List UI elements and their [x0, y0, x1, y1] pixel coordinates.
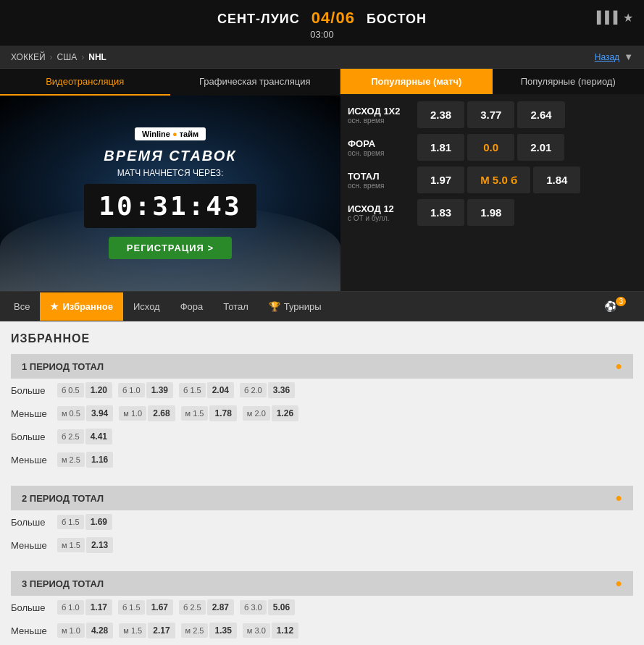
- bet-val[interactable]: 5.06: [268, 599, 295, 615]
- video-overlay: Winline ● тайм ВРЕМЯ СТАВОК МАТЧ НАЧНЕТС…: [84, 127, 256, 259]
- bet-key[interactable]: б 3.0: [240, 600, 267, 615]
- odd-fora-val[interactable]: 0.0: [467, 134, 514, 161]
- odd-1x2-x[interactable]: 3.77: [467, 101, 514, 128]
- odd-1x2-1[interactable]: 2.38: [417, 101, 464, 128]
- odds-row-fora: ФОРА осн. время 1.81 0.0 2.01: [348, 134, 637, 161]
- tab-outcome[interactable]: Исход: [123, 292, 170, 321]
- back-arrow: ▼: [624, 51, 633, 62]
- bet-key[interactable]: м 1.5: [181, 406, 209, 421]
- bet-val[interactable]: 2.68: [148, 405, 175, 421]
- bet-key[interactable]: б 1.5: [57, 515, 84, 529]
- bet-val[interactable]: 4.28: [86, 623, 113, 638]
- period-1-under25-row: Меньше м 2.5 1.16: [11, 448, 633, 471]
- bet-val[interactable]: 2.87: [207, 599, 234, 615]
- tab-favorites[interactable]: ★ Избранное: [40, 292, 123, 321]
- breadcrumb-usa[interactable]: США: [57, 52, 78, 62]
- odd-1x2-2[interactable]: 2.64: [517, 101, 564, 128]
- tab-total[interactable]: Тотал: [213, 292, 259, 321]
- bet-pair: м 2.5 1.16: [57, 452, 113, 468]
- bet-val[interactable]: 1.12: [272, 623, 298, 638]
- odds-row-1x2: ИСХОД 1X2 осн. время 2.38 3.77 2.64: [348, 101, 637, 128]
- bet-pair: б 1.0 1.17: [57, 599, 112, 615]
- bet-pair: б 0.5 1.20: [57, 382, 112, 398]
- bet-pair: м 3.0 1.12: [243, 623, 298, 638]
- tab-tournaments[interactable]: 🏆 Турниры: [259, 292, 332, 321]
- breadcrumb-nhl[interactable]: NHL: [88, 52, 106, 62]
- bet-key[interactable]: б 1.0: [118, 383, 145, 397]
- bet-val[interactable]: 2.04: [207, 382, 234, 398]
- bet-val[interactable]: 1.39: [146, 382, 173, 398]
- tab-all[interactable]: Все: [4, 292, 40, 321]
- bet-val[interactable]: 1.69: [85, 514, 112, 530]
- bet-key[interactable]: м 0.5: [57, 406, 85, 421]
- register-button[interactable]: РЕГИСТРАЦИЯ >: [109, 237, 232, 259]
- bet-key[interactable]: м 1.0: [119, 406, 146, 421]
- odds-buttons-fora: 1.81 0.0 2.01: [417, 134, 564, 161]
- bet-val[interactable]: 4.41: [85, 429, 112, 444]
- bet-val[interactable]: 1.17: [85, 599, 112, 615]
- bet-val[interactable]: 1.16: [86, 452, 113, 468]
- bet-pair: м 1.0 2.68: [119, 405, 175, 421]
- bet-key[interactable]: б 2.5: [57, 429, 84, 444]
- tab-video[interactable]: Видеотрансляция: [0, 69, 170, 96]
- bet-val[interactable]: 1.35: [209, 623, 236, 638]
- odds-section: ИСХОД 1X2 осн. время 2.38 3.77 2.64 ФОРА…: [340, 94, 644, 239]
- period-3-under-row: Меньше м 1.0 4.28 м 1.5 2.17 м 2.5 1.35 …: [11, 619, 633, 642]
- popular-tabs: Популярные (матч) Популярные (период): [340, 69, 644, 94]
- bet-val[interactable]: 2.13: [86, 537, 113, 553]
- bet-key[interactable]: м 2.5: [57, 452, 85, 467]
- period-1-dot: ●: [615, 360, 622, 373]
- bet-key[interactable]: м 2.5: [181, 623, 209, 638]
- bet-val[interactable]: 2.17: [148, 623, 175, 638]
- odd-total-over[interactable]: 1.97: [417, 166, 464, 193]
- bet-key[interactable]: б 2.5: [179, 600, 206, 615]
- bet-key[interactable]: м 2.0: [243, 406, 270, 421]
- tab-graphic[interactable]: Графическая трансляция: [170, 69, 341, 96]
- period-3-block: 3 ПЕРИОД ТОТАЛ ● Больше б 1.0 1.17 б 1.5…: [11, 571, 633, 642]
- bet-key[interactable]: м 1.5: [119, 623, 146, 638]
- bet-key[interactable]: м 1.5: [57, 538, 85, 552]
- tab-fora[interactable]: Фора: [170, 292, 214, 321]
- bet-key[interactable]: б 1.5: [118, 600, 145, 615]
- globe-btn[interactable]: ⚽ 3: [593, 292, 640, 321]
- bet-pair: б 2.5 2.87: [179, 599, 234, 615]
- odds-label-fora: ФОРА осн. время: [348, 138, 413, 157]
- header-icons: ▐▐▐ ★: [593, 11, 633, 25]
- odd-fora-2[interactable]: 2.01: [517, 134, 564, 161]
- bet-key[interactable]: б 0.5: [57, 383, 84, 397]
- bet-key[interactable]: м 3.0: [243, 623, 270, 638]
- odd-total-val[interactable]: М 5.0 б: [467, 166, 530, 193]
- bar-chart-icon[interactable]: ▐▐▐: [593, 11, 617, 25]
- tab-popular-period[interactable]: Популярные (период): [493, 69, 645, 94]
- bet-val[interactable]: 3.36: [268, 382, 295, 398]
- bet-val[interactable]: 1.78: [209, 405, 236, 421]
- right-panel: Популярные (матч) Популярные (период) ИС…: [340, 69, 644, 291]
- odd-12-2[interactable]: 1.98: [467, 199, 514, 226]
- bet-key[interactable]: б 1.0: [57, 600, 84, 615]
- bet-val[interactable]: 1.26: [272, 405, 298, 421]
- odds-buttons-1x2: 2.38 3.77 2.64: [417, 101, 565, 128]
- bet-pair: м 2.0 1.26: [243, 405, 298, 421]
- period-2-header: 2 ПЕРИОД ТОТАЛ ●: [11, 486, 633, 510]
- odd-total-under[interactable]: 1.84: [533, 166, 580, 193]
- tab-popular-match[interactable]: Популярные (матч): [340, 69, 493, 94]
- bet-key[interactable]: м 1.0: [57, 623, 85, 638]
- odds-label-total: ТОТАЛ осн. время: [348, 171, 413, 190]
- bet-key[interactable]: б 2.0: [240, 383, 267, 397]
- odd-12-1[interactable]: 1.83: [417, 199, 464, 226]
- back-link[interactable]: Назад: [595, 52, 619, 62]
- bet-val[interactable]: 1.67: [146, 599, 173, 615]
- odd-fora-1[interactable]: 1.81: [417, 134, 464, 161]
- bet-time-title: ВРЕМЯ СТАВОК: [84, 148, 256, 164]
- breadcrumb-hockey[interactable]: ХОККЕЙ: [11, 52, 46, 62]
- betting-area: ИЗБРАННОЕ 1 ПЕРИОД ТОТАЛ ● Больше б 0.5 …: [0, 321, 644, 645]
- bet-pair: м 1.5 2.13: [57, 537, 113, 553]
- bet-val[interactable]: 3.94: [86, 405, 113, 421]
- bet-key[interactable]: б 1.5: [179, 383, 206, 397]
- bet-pair: б 1.5 2.04: [179, 382, 234, 398]
- countdown-timer: 10:31:43: [84, 184, 256, 228]
- video-area: Winline ● тайм ВРЕМЯ СТАВОК МАТЧ НАЧНЕТС…: [0, 96, 340, 291]
- bet-val[interactable]: 1.20: [85, 382, 112, 398]
- star-icon[interactable]: ★: [623, 11, 633, 25]
- bottom-tabs: Все ★ Избранное Исход Фора Тотал 🏆 Турни…: [0, 291, 644, 321]
